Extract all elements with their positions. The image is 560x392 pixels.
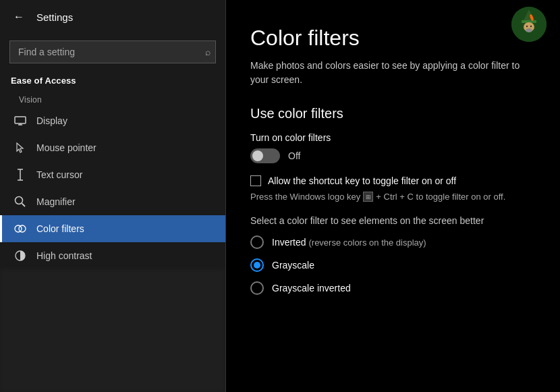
- radio-grayscale-button[interactable]: [250, 258, 264, 272]
- shortcut-checkbox[interactable]: [250, 175, 261, 186]
- display-label: Display: [36, 115, 67, 126]
- toggle-state: Off: [288, 150, 300, 161]
- color-filters-label: Color filters: [36, 223, 84, 234]
- sidebar-item-magnifier[interactable]: Magnifier: [0, 188, 225, 215]
- display-icon: [13, 114, 27, 128]
- svg-point-8: [15, 225, 22, 232]
- radio-inverted-label: Inverted (reverse colors on the display): [272, 237, 426, 248]
- color-filters-toggle[interactable]: [250, 148, 280, 163]
- avatar-svg: [511, 7, 547, 42]
- magnifier-label: Magnifier: [36, 196, 76, 207]
- filter-select-label: Select a color filter to see elements on…: [250, 215, 536, 226]
- sidebar-item-text-cursor[interactable]: Text cursor: [0, 161, 225, 188]
- svg-point-16: [530, 26, 532, 27]
- sidebar: ← Settings ⌕ Ease of Access Vision Displ…: [0, 0, 226, 392]
- page-description: Make photos and colors easier to see by …: [250, 59, 536, 87]
- radio-grayscale-inverted[interactable]: Grayscale inverted: [250, 281, 536, 295]
- svg-point-6: [16, 197, 23, 204]
- sidebar-header: ← Settings: [0, 0, 225, 34]
- vision-subsection-label: Vision: [0, 88, 225, 107]
- turn-on-label: Turn on color filters: [250, 132, 536, 143]
- radio-inverted-button[interactable]: [250, 235, 264, 249]
- high-contrast-label: High contrast: [36, 250, 92, 261]
- text-cursor-label: Text cursor: [36, 169, 82, 180]
- search-button[interactable]: ⌕: [205, 47, 211, 57]
- high-contrast-icon: [13, 249, 27, 262]
- page-title: Color filters: [250, 26, 536, 51]
- radio-grayscale-inverted-button[interactable]: [250, 281, 264, 295]
- sidebar-blur-area: [0, 269, 225, 392]
- radio-inverted[interactable]: Inverted (reverse colors on the display): [250, 235, 536, 249]
- search-icon: ⌕: [205, 47, 211, 57]
- text-cursor-icon: [13, 168, 27, 181]
- back-button[interactable]: ←: [11, 8, 27, 26]
- mouse-pointer-label: Mouse pointer: [36, 142, 96, 153]
- radio-grayscale-inverted-label: Grayscale inverted: [272, 283, 351, 293]
- back-icon: ←: [13, 11, 24, 23]
- avatar: [511, 7, 547, 42]
- app-title: Settings: [36, 11, 73, 23]
- svg-point-9: [19, 225, 26, 232]
- hint-prefix: Press the Windows logo key: [250, 192, 360, 202]
- svg-point-17: [526, 28, 532, 32]
- ease-of-access-label: Ease of Access: [0, 70, 225, 88]
- shortcut-checkbox-row: Allow the shortcut key to toggle filter …: [250, 175, 536, 186]
- mouse-pointer-icon: [13, 141, 27, 155]
- sidebar-item-mouse-pointer[interactable]: Mouse pointer: [0, 134, 225, 161]
- svg-rect-0: [15, 117, 26, 123]
- turn-on-setting: Turn on color filters Off: [250, 132, 536, 163]
- radio-grayscale[interactable]: Grayscale: [250, 258, 536, 272]
- magnifier-icon: [13, 195, 27, 208]
- use-color-filters-heading: Use color filters: [250, 106, 536, 121]
- search-container: ⌕: [0, 34, 225, 70]
- shortcut-label: Allow the shortcut key to toggle filter …: [268, 175, 456, 186]
- sidebar-item-display[interactable]: Display: [0, 107, 225, 134]
- hint-suffix: + Ctrl + C to toggle filter on or off.: [376, 192, 505, 202]
- radio-grayscale-label: Grayscale: [272, 260, 314, 271]
- sidebar-item-high-contrast[interactable]: High contrast: [0, 242, 225, 269]
- color-filters-icon: [13, 222, 27, 235]
- toggle-row: Off: [250, 148, 536, 163]
- shortcut-hint: Press the Windows logo key ⊞ + Ctrl + C …: [250, 192, 536, 202]
- search-input[interactable]: [9, 40, 216, 63]
- svg-line-7: [22, 204, 26, 207]
- win-key-icon: ⊞: [363, 192, 373, 202]
- sidebar-item-color-filters[interactable]: Color filters: [0, 215, 225, 242]
- main-content: Color filters Make photos and colors eas…: [226, 0, 560, 392]
- svg-point-15: [526, 26, 528, 27]
- toggle-knob: [252, 150, 263, 161]
